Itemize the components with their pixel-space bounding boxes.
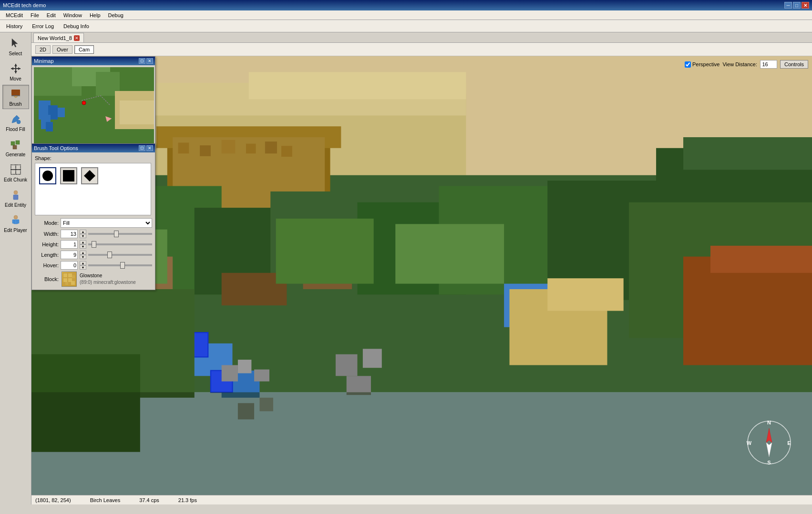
view-cam-button[interactable]: Cam [74, 45, 94, 54]
toolbar-error-log[interactable]: Error Log [28, 22, 58, 30]
minimap-canvas [34, 67, 154, 146]
minimize-button[interactable]: ─ [784, 2, 792, 9]
hover-slider[interactable] [88, 264, 152, 266]
minimap-restore-btn[interactable]: ⊡ [139, 58, 145, 64]
hover-label: Hover: [35, 262, 59, 268]
length-up-btn[interactable]: ▲ [80, 251, 86, 255]
tab-close-button[interactable]: ✕ [74, 35, 80, 41]
right-panel: New World1_8 ✕ 2D Over Cam [31, 32, 812, 504]
hover-slider-thumb[interactable] [120, 262, 125, 269]
height-up-btn[interactable]: ▲ [80, 240, 86, 244]
status-fps: 37.4 cps [139, 497, 159, 503]
tool-edit-chunk[interactable]: Edit Chunk [2, 161, 29, 185]
close-button[interactable]: ✕ [802, 2, 809, 9]
menu-edit[interactable]: Edit [43, 11, 60, 19]
svg-marker-1 [14, 64, 17, 66]
edit-chunk-icon [9, 163, 22, 176]
toolbar: History Error Log Debug Info [0, 20, 812, 32]
length-down-btn[interactable]: ▼ [80, 255, 86, 259]
compass-w: W [747, 440, 752, 446]
status-coords: (1801, 82, 254) [35, 497, 71, 503]
svg-rect-16 [13, 195, 18, 200]
menu-help[interactable]: Help [86, 11, 104, 19]
svg-rect-13 [11, 170, 16, 174]
block-preview[interactable] [62, 272, 77, 287]
perspective-label: Perspective [692, 61, 719, 67]
shape-diamond-btn[interactable] [81, 167, 98, 184]
window-title: MCEdit tech demo [3, 2, 46, 8]
brush-panel-titlebar: Brush Tool Options ⊡ ✕ [32, 144, 155, 152]
width-down-btn[interactable]: ▼ [80, 234, 86, 238]
hover-down-btn[interactable]: ▼ [80, 265, 86, 270]
block-row: Block: [35, 272, 152, 287]
tool-select[interactable]: Select [2, 34, 29, 59]
svg-rect-30 [178, 142, 189, 153]
length-slider[interactable] [88, 254, 152, 256]
tool-brush[interactable]: Brush [2, 85, 29, 109]
toolbar-debug-info[interactable]: Debug Info [59, 22, 93, 30]
compass-e: E [787, 440, 791, 446]
svg-rect-6 [11, 95, 20, 96]
height-down-btn[interactable]: ▼ [80, 244, 86, 249]
status-block: Birch Leaves [90, 497, 121, 503]
brush-restore-btn[interactable]: ⊡ [139, 145, 145, 151]
svg-marker-0 [12, 39, 18, 47]
block-info: Glowstone (89:0) minecraft:glowstone [80, 272, 136, 286]
menu-debug[interactable]: Debug [104, 11, 127, 19]
svg-rect-5 [11, 90, 20, 95]
mode-select[interactable]: Fill Replace Erode Topsoil [61, 218, 152, 228]
svg-rect-87 [120, 101, 154, 124]
tool-flood-fill[interactable]: Flood Fill [2, 110, 29, 134]
svg-rect-100 [72, 275, 75, 278]
svg-rect-82 [120, 67, 154, 93]
svg-marker-4 [18, 67, 21, 70]
controls-button[interactable]: Controls [780, 60, 808, 69]
hover-row: Hover: ▲ ▼ [35, 261, 152, 270]
tool-generate[interactable]: Generate [2, 135, 29, 160]
width-slider[interactable] [88, 233, 152, 235]
menu-window[interactable]: Window [60, 11, 86, 19]
svg-rect-11 [11, 165, 16, 170]
shape-circle-btn[interactable] [39, 167, 56, 184]
hover-up-btn[interactable]: ▲ [80, 261, 86, 265]
height-slider[interactable] [88, 243, 152, 245]
minimap-panel: Minimap ⊡ ✕ [31, 56, 155, 148]
length-input[interactable] [61, 251, 78, 259]
view-distance-input[interactable] [760, 60, 777, 69]
block-label: Block: [35, 276, 59, 282]
width-slider-thumb[interactable] [114, 231, 119, 237]
svg-rect-31 [200, 145, 211, 156]
perspective-checkbox[interactable] [685, 61, 691, 68]
height-input[interactable] [61, 240, 78, 249]
menu-mcedit[interactable]: MCEdit [2, 11, 27, 19]
mode-label: Mode: [35, 220, 59, 226]
compass-s: S [767, 460, 771, 465]
tool-edit-player[interactable]: Edit Player [2, 211, 29, 235]
height-row: Height: ▲ ▼ [35, 240, 152, 249]
window-controls: ─ □ ✕ [784, 2, 809, 9]
view-2d-button[interactable]: 2D [35, 45, 51, 54]
tool-move[interactable]: Move [2, 60, 29, 84]
brush-close-btn[interactable]: ✕ [146, 145, 153, 151]
tab-world[interactable]: New World1_8 ✕ [33, 33, 84, 42]
maximize-button[interactable]: □ [793, 2, 801, 9]
view-over-button[interactable]: Over [52, 45, 72, 54]
length-slider-thumb[interactable] [107, 252, 112, 258]
toolbar-history[interactable]: History [2, 22, 27, 30]
compass-svg: N S E W [745, 419, 793, 466]
brush-panel: Brush Tool Options ⊡ ✕ Shape: [31, 143, 155, 290]
width-up-btn[interactable]: ▲ [80, 230, 86, 234]
svg-point-15 [14, 191, 18, 194]
menu-file[interactable]: File [27, 11, 43, 19]
sidebar: Select Move [0, 32, 31, 504]
shape-square-btn[interactable] [60, 167, 77, 184]
viewport[interactable]: Perspective View Distance: Controls N S [31, 56, 812, 495]
minimap-close-btn[interactable]: ✕ [146, 58, 153, 64]
edit-entity-icon [9, 188, 22, 202]
width-input[interactable] [61, 230, 78, 238]
hover-input[interactable] [61, 261, 78, 270]
height-slider-thumb[interactable] [92, 241, 96, 248]
length-label: Length: [35, 252, 59, 258]
tool-edit-entity[interactable]: Edit Entity [2, 186, 29, 210]
menubar: MCEdit File Edit Window Help Debug [0, 10, 812, 20]
